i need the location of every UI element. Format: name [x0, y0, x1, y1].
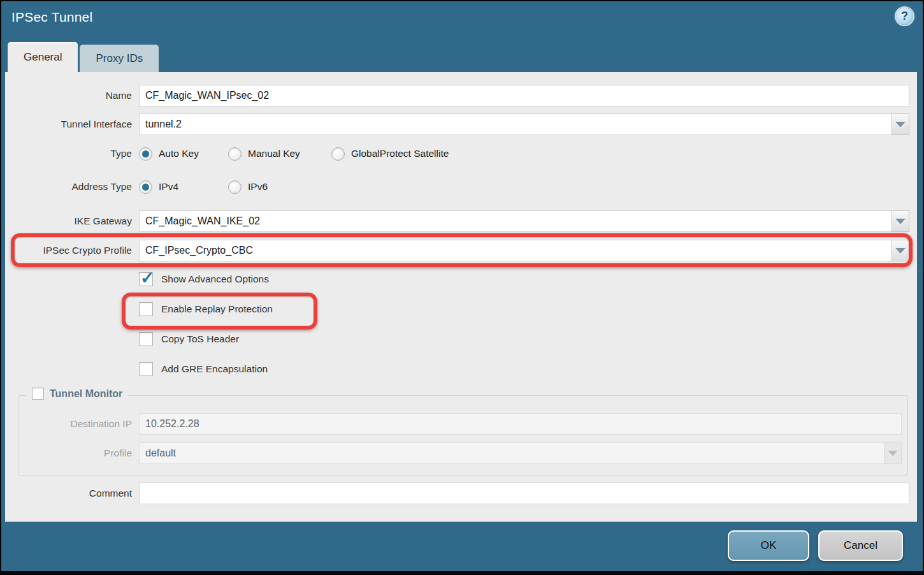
radio-globalprotect-satellite-label: GlobalProtect Satellite — [351, 148, 449, 159]
ipsec-crypto-profile-input[interactable] — [139, 240, 892, 261]
radio-ipv4-label: IPv4 — [159, 181, 178, 193]
type-label: Type — [5, 148, 139, 159]
checkbox-enable-replay-protection[interactable]: Enable Replay Protection — [139, 302, 273, 316]
help-icon[interactable]: ? — [896, 8, 913, 25]
tab-general[interactable]: General — [8, 42, 78, 72]
name-input[interactable] — [139, 85, 909, 106]
address-type-option-ipv4[interactable]: IPv4 — [139, 180, 228, 194]
enable-replay-protection-checkbox[interactable] — [139, 302, 153, 316]
checkbox-add-gre-encapsulation[interactable]: Add GRE Encapsulation — [139, 362, 268, 376]
dialog-title: IPSec Tunnel — [11, 10, 92, 25]
tunnel-interface-input[interactable] — [139, 113, 892, 135]
type-option-globalprotect-satellite[interactable]: GlobalProtect Satellite — [331, 147, 449, 161]
help-glyph: ? — [901, 10, 908, 23]
tunnel-interface-row: Tunnel Interface — [5, 113, 909, 135]
comment-input[interactable] — [139, 483, 909, 504]
ipsec-crypto-profile-dropdown-button[interactable] — [892, 240, 909, 261]
comment-label: Comment — [5, 488, 139, 499]
tunnel-monitor-label: Tunnel Monitor — [50, 388, 122, 400]
type-row: Type Auto Key Manual Key GlobalProtect S… — [5, 145, 909, 163]
radio-manual-key[interactable] — [228, 147, 242, 161]
tab-general-label: General — [24, 51, 62, 64]
destination-ip-label: Destination IP — [5, 418, 139, 430]
radio-ipv6-label: IPv6 — [248, 181, 268, 193]
profile-dropdown-button — [884, 442, 902, 464]
copy-tos-header-checkbox[interactable] — [139, 332, 153, 346]
radio-auto-key[interactable] — [139, 147, 152, 161]
ike-gateway-label: IKE Gateway — [5, 215, 139, 227]
radio-ipv6[interactable] — [228, 180, 242, 194]
comment-row: Comment — [5, 483, 909, 504]
radio-globalprotect-satellite[interactable] — [331, 147, 345, 161]
ike-gateway-dropdown-button[interactable] — [892, 210, 909, 232]
add-gre-encapsulation-checkbox[interactable] — [139, 362, 153, 376]
cancel-button[interactable]: Cancel — [818, 530, 903, 561]
chevron-down-icon — [895, 122, 906, 127]
name-label: Name — [5, 90, 139, 101]
address-type-label: Address Type — [5, 181, 139, 193]
tunnel-monitor-toggle[interactable]: Tunnel Monitor — [26, 388, 128, 400]
ipsec-crypto-profile-row: IPSec Crypto Profile — [5, 240, 909, 261]
ok-button[interactable]: OK — [728, 530, 809, 561]
profile-row: Profile — [5, 442, 902, 464]
copy-tos-header-label: Copy ToS Header — [161, 333, 239, 345]
name-row: Name — [5, 85, 909, 106]
profile-input — [139, 442, 884, 464]
ike-gateway-input[interactable] — [139, 210, 892, 232]
tunnel-interface-label: Tunnel Interface — [5, 119, 139, 130]
tunnel-interface-dropdown-button[interactable] — [892, 113, 909, 135]
radio-auto-key-label: Auto Key — [159, 148, 199, 159]
radio-ipv4[interactable] — [139, 180, 152, 194]
chevron-down-icon — [895, 248, 906, 254]
destination-ip-row: Destination IP — [5, 413, 902, 435]
ipsec-tunnel-dialog: IPSec Tunnel ? General Proxy IDs Name Tu… — [0, 0, 924, 575]
address-type-row: Address Type IPv4 IPv6 — [5, 178, 909, 196]
enable-replay-protection-label: Enable Replay Protection — [161, 303, 273, 315]
address-type-option-ipv6[interactable]: IPv6 — [228, 180, 268, 194]
add-gre-encapsulation-label: Add GRE Encapsulation — [161, 363, 268, 375]
ipsec-crypto-profile-label: IPSec Crypto Profile — [5, 245, 139, 256]
checkbox-copy-tos-header[interactable]: Copy ToS Header — [139, 332, 239, 346]
type-option-auto-key[interactable]: Auto Key — [139, 147, 228, 161]
chevron-down-icon — [888, 451, 898, 456]
ike-gateway-row: IKE Gateway — [5, 210, 909, 232]
radio-manual-key-label: Manual Key — [248, 148, 300, 159]
tab-bar: General Proxy IDs — [8, 42, 159, 72]
destination-ip-input — [139, 413, 902, 435]
tunnel-monitor-checkbox[interactable] — [32, 388, 44, 400]
general-tab-panel: Name Tunnel Interface Type Auto Key Manu… — [5, 72, 917, 522]
profile-label: Profile — [5, 448, 139, 459]
show-advanced-options-label: Show Advanced Options — [161, 273, 269, 285]
checkbox-show-advanced-options[interactable]: Show Advanced Options — [139, 272, 269, 286]
type-option-manual-key[interactable]: Manual Key — [228, 147, 331, 161]
tab-proxy-ids[interactable]: Proxy IDs — [80, 45, 159, 72]
chevron-down-icon — [895, 219, 906, 224]
tab-proxy-ids-label: Proxy IDs — [96, 52, 143, 65]
show-advanced-options-checkbox[interactable] — [139, 272, 153, 286]
